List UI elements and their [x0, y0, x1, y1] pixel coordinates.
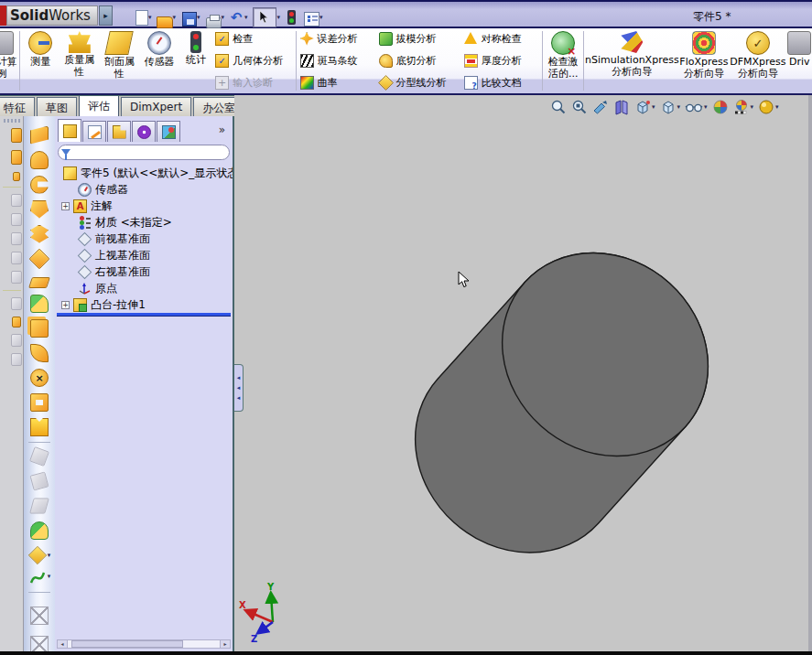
expand-plus-icon[interactable]: +: [61, 202, 70, 210]
tree-splitter-handle[interactable]: ◂ ◂ ◂: [234, 364, 244, 412]
clipped-tool-icon[interactable]: [11, 271, 22, 284]
featuremanager-more-chevron[interactable]: »: [219, 123, 225, 136]
draft-analysis-button[interactable]: 拔模分析: [379, 31, 459, 46]
design-study-button[interactable]: 设计算例: [0, 28, 18, 93]
tree-root-item[interactable]: 零件5 (默认<<默认>_显示状态: [55, 165, 234, 181]
driveworksxpress-button[interactable]: Driv: [787, 28, 812, 93]
symmetry-check-button[interactable]: 对称检查: [464, 31, 539, 46]
revolved-boss-icon[interactable]: [30, 151, 49, 169]
lofted-boss-icon[interactable]: [30, 200, 49, 219]
deviation-analysis-button[interactable]: 误差分析: [300, 31, 374, 46]
undercut-analysis-button[interactable]: 底切分析: [379, 53, 459, 68]
thicken-icon[interactable]: [28, 277, 50, 288]
dome-icon[interactable]: [30, 521, 49, 540]
floxpress-button[interactable]: FloXpress 分析向导: [679, 28, 730, 93]
options-button[interactable]: ▾: [301, 9, 325, 26]
scroll-left-arrow[interactable]: ◂: [58, 640, 68, 648]
select-caret-icon[interactable]: ▾: [277, 15, 281, 21]
sensors-button[interactable]: 传感器: [139, 28, 179, 93]
simulationxpress-button[interactable]: nSimulationXpress 分析向导: [585, 28, 679, 93]
boundary-boss-icon[interactable]: [30, 225, 49, 243]
clipped-tool-icon[interactable]: [11, 194, 22, 207]
hole-wizard-icon[interactable]: ×: [30, 369, 49, 387]
dfmxpress-button[interactable]: ✓ DFMXpress 分析向导: [729, 28, 787, 93]
undo-caret-icon[interactable]: ▾: [244, 15, 248, 21]
curves-icon[interactable]: [28, 568, 47, 586]
rebuild-button[interactable]: [283, 9, 300, 26]
feature-filter-input[interactable]: [73, 146, 229, 159]
propertymanager-tab[interactable]: [82, 121, 106, 142]
clipped-tool-icon[interactable]: [11, 150, 22, 165]
check-button[interactable]: ✓ 检查: [215, 31, 292, 46]
new-document-button[interactable]: ▾: [130, 9, 154, 26]
rollback-bar[interactable]: [57, 313, 231, 317]
tree-horizontal-scrollbar[interactable]: ◂ ▸: [57, 639, 231, 649]
select-tool-button[interactable]: ▾: [251, 6, 283, 28]
tree-item-boss-extrude1[interactable]: + 凸台-拉伸1: [55, 296, 234, 313]
feature-filter-box[interactable]: [58, 145, 230, 160]
clipped-tool-icon[interactable]: [11, 297, 22, 310]
clipped-tool-icon[interactable]: [11, 252, 22, 264]
open-document-button[interactable]: ▾: [155, 9, 179, 26]
shell-icon[interactable]: [30, 393, 49, 412]
new-caret-icon[interactable]: ▾: [148, 15, 152, 21]
parting-line-analysis-button[interactable]: 分型线分析: [379, 75, 459, 90]
check-active-button[interactable]: 检查激活的...: [544, 28, 582, 93]
flex-icon[interactable]: [30, 344, 49, 362]
save-button[interactable]: ▾: [179, 9, 202, 26]
tree-item-top-plane[interactable]: 上视基准面: [55, 247, 234, 263]
tab-features[interactable]: 特征: [0, 97, 35, 116]
expand-plus-icon[interactable]: +: [61, 301, 70, 309]
scroll-right-arrow[interactable]: ▸: [220, 640, 230, 648]
tab-sketch[interactable]: 草图: [37, 97, 77, 116]
clipped-tool-icon[interactable]: [12, 317, 21, 328]
graphics-viewport[interactable]: ▾ ▾ ▾ ▾ ▾: [234, 95, 808, 652]
reference-geometry-caret-icon[interactable]: ▾: [48, 553, 51, 559]
tab-evaluate[interactable]: 评估: [79, 95, 119, 116]
solidworks-menu-logo[interactable]: SolidWorks: [6, 5, 98, 26]
extruded-boss-icon[interactable]: [30, 126, 49, 145]
statistics-button[interactable]: 统计: [179, 28, 212, 93]
zebra-stripes-button[interactable]: 斑马条纹: [300, 53, 374, 68]
fillet-icon[interactable]: [30, 295, 49, 313]
clipped-tool-icon[interactable]: [11, 353, 22, 366]
tree-item-material[interactable]: 材质 <未指定>: [55, 214, 234, 231]
open-caret-icon[interactable]: ▾: [173, 15, 177, 21]
linear-pattern-icon[interactable]: [30, 319, 49, 338]
tree-item-front-plane[interactable]: 前视基准面: [55, 231, 234, 247]
options-caret-icon[interactable]: ▾: [319, 15, 323, 21]
clipped-tool-icon[interactable]: [11, 128, 22, 143]
thickness-analysis-button[interactable]: 厚度分析: [464, 53, 539, 68]
menu-expand-button[interactable]: ▸: [99, 5, 113, 26]
reference-geometry-icon[interactable]: [28, 546, 47, 564]
section-properties-button[interactable]: 剖面属性: [100, 28, 140, 93]
print-button[interactable]: ▾: [203, 9, 227, 26]
configurationmanager-tab[interactable]: [107, 121, 131, 142]
dimxpertmanager-tab[interactable]: [132, 121, 156, 142]
tree-item-right-plane[interactable]: 右视基准面: [55, 263, 234, 280]
toolbar-grip[interactable]: [4, 119, 20, 123]
rib-icon[interactable]: [30, 418, 49, 436]
tree-item-sensors[interactable]: 传感器: [55, 181, 234, 198]
compare-documents-button[interactable]: 比较文档: [464, 75, 539, 90]
featuremanager-tree-tab[interactable]: [58, 119, 81, 142]
model-canvas[interactable]: [234, 95, 808, 652]
tab-dimxpert[interactable]: DimXpert: [121, 97, 191, 116]
swept-boss-icon[interactable]: [30, 176, 49, 194]
print-caret-icon[interactable]: ▾: [222, 15, 225, 21]
scrollbar-thumb[interactable]: [71, 640, 183, 648]
save-caret-icon[interactable]: ▾: [197, 15, 200, 21]
curvature-button[interactable]: 曲率: [300, 75, 374, 90]
clipped-tool-icon[interactable]: [11, 232, 22, 245]
clipped-tool-icon[interactable]: [11, 334, 22, 347]
clipped-tool-icon[interactable]: [11, 213, 22, 226]
tree-item-origin[interactable]: 原点: [55, 280, 234, 296]
clipped-tool-icon[interactable]: [13, 172, 20, 181]
geometry-analysis-button[interactable]: ✓ 几何体分析: [215, 53, 292, 68]
displaymanager-tab[interactable]: [157, 121, 180, 142]
tree-item-annotations[interactable]: + A 注解: [55, 198, 234, 214]
measure-button[interactable]: 测量: [21, 28, 60, 93]
curves-caret-icon[interactable]: ▾: [48, 574, 51, 580]
undo-button[interactable]: ↶▾: [227, 9, 250, 26]
wrap-icon[interactable]: [28, 248, 49, 269]
